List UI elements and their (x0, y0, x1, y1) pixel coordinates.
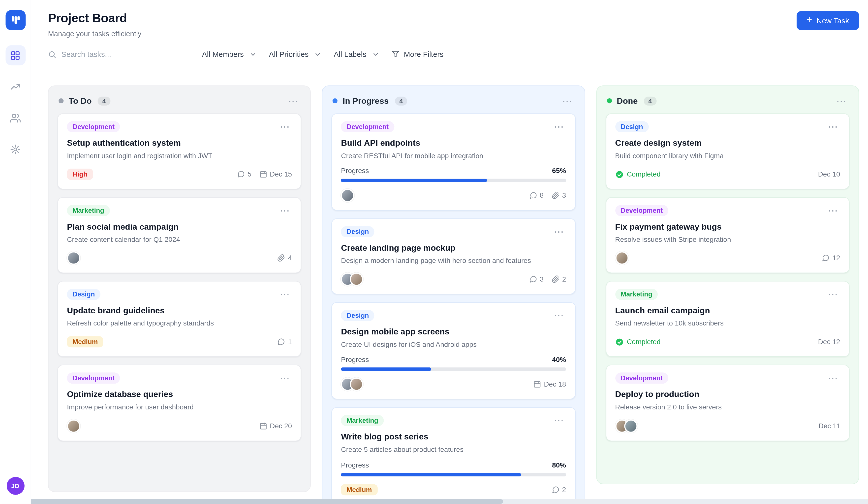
card-menu-button[interactable]: ⋯ (278, 122, 292, 131)
app-logo[interactable] (5, 10, 25, 30)
sidebar-item-analytics[interactable] (5, 77, 25, 97)
task-card[interactable]: Marketing ⋯ Write blog post series Creat… (332, 407, 576, 504)
card-title: Update brand guidelines (67, 306, 292, 315)
card-tag: Design (341, 310, 374, 321)
card-title: Build API endpoints (341, 138, 566, 148)
task-card[interactable]: Development ⋯ Setup authentication syste… (58, 113, 302, 190)
avatar (67, 419, 80, 433)
progress-label: Progress (341, 461, 369, 469)
card-description: Resolve issues with Stripe integration (615, 235, 840, 245)
assignee-avatars (341, 189, 354, 202)
chevron-down-icon (372, 51, 379, 58)
column-count-badge: 4 (395, 96, 407, 105)
progress-bar (341, 179, 566, 182)
card-menu-button[interactable]: ⋯ (551, 416, 566, 425)
task-card[interactable]: Design ⋯ Design mobile app screens Creat… (332, 302, 576, 400)
user-avatar[interactable]: JD (7, 477, 24, 495)
card-menu-button[interactable]: ⋯ (826, 122, 840, 131)
priorities-filter-dropdown[interactable]: All Priorities (269, 50, 321, 58)
avatar (67, 252, 80, 265)
sidebar-item-board[interactable] (5, 45, 25, 65)
card-title: Fix payment gateway bugs (615, 222, 840, 231)
card-description: Create 5 articles about product features (341, 445, 566, 455)
due-date: Dec 10 (818, 170, 840, 178)
due-date: Dec 15 (259, 170, 292, 178)
users-icon (10, 112, 21, 123)
column-done: Done 4 ⋯ Design ⋯ Create design system B… (596, 85, 859, 484)
check-circle-icon (615, 170, 623, 179)
attachment-count: 4 (278, 254, 292, 262)
column-title: Done (617, 96, 638, 105)
task-card[interactable]: Development ⋯ Deploy to production Relea… (606, 365, 850, 441)
card-description: Refresh color palette and typography sta… (67, 319, 292, 329)
calendar-icon (259, 422, 267, 430)
task-card[interactable]: Development ⋯ Fix payment gateway bugs R… (606, 197, 850, 273)
card-menu-button[interactable]: ⋯ (551, 122, 566, 131)
comment-count: 5 (237, 170, 251, 178)
card-tag: Design (341, 226, 374, 238)
due-date: Dec 20 (259, 422, 292, 430)
search-input[interactable] (61, 50, 178, 58)
card-title: Create landing page mockup (341, 243, 566, 252)
sidebar: JD (0, 0, 31, 504)
avatar (624, 419, 637, 433)
sidebar-item-team[interactable] (5, 108, 25, 128)
comment-count: 12 (822, 254, 840, 262)
task-card[interactable]: Development ⋯ Optimize database queries … (58, 365, 302, 441)
card-description: Send newsletter to 10k subscribers (615, 319, 840, 329)
avatar (615, 252, 628, 265)
card-menu-button[interactable]: ⋯ (278, 206, 292, 215)
task-card[interactable]: Marketing ⋯ Plan social media campaign C… (58, 197, 302, 273)
card-menu-button[interactable]: ⋯ (551, 228, 566, 236)
column-menu-button[interactable]: ⋯ (560, 96, 575, 105)
page-subtitle: Manage your tasks efficiently (48, 30, 141, 38)
card-title: Write blog post series (341, 432, 566, 442)
task-card[interactable]: Design ⋯ Update brand guidelines Refresh… (58, 281, 302, 357)
task-card[interactable]: Design ⋯ Create landing page mockup Desi… (332, 219, 576, 294)
more-filters-button[interactable]: More Filters (392, 50, 444, 58)
card-title: Plan social media campaign (67, 222, 292, 231)
comment-count: 8 (529, 192, 544, 199)
calendar-icon (534, 381, 541, 388)
priority-badge: Medium (341, 484, 378, 495)
chart-icon (10, 81, 21, 92)
gear-icon (10, 144, 21, 154)
horizontal-scrollbar[interactable] (0, 499, 868, 504)
task-card[interactable]: Design ⋯ Create design system Build comp… (606, 113, 850, 190)
column-count-badge: 4 (98, 96, 110, 105)
progress-section: Progress 80% (341, 461, 566, 476)
card-description: Create RESTful API for mobile app integr… (341, 151, 566, 161)
column-header: In Progress 4 ⋯ (332, 94, 576, 113)
card-menu-button[interactable]: ⋯ (278, 290, 292, 299)
new-task-button[interactable]: + New Task (797, 11, 859, 30)
scrollbar-thumb[interactable] (0, 499, 504, 504)
sidebar-item-settings[interactable] (5, 139, 25, 159)
card-description: Build component library with Figma (615, 151, 840, 161)
due-date: Dec 11 (819, 422, 840, 430)
card-menu-button[interactable]: ⋯ (826, 290, 840, 299)
members-filter-dropdown[interactable]: All Members (202, 50, 256, 58)
progress-bar (341, 368, 566, 371)
task-card[interactable]: Marketing ⋯ Launch email campaign Send n… (606, 281, 850, 357)
column-title: To Do (69, 96, 92, 105)
card-menu-button[interactable]: ⋯ (551, 311, 566, 320)
column-menu-button[interactable]: ⋯ (286, 96, 300, 105)
column-header: Done 4 ⋯ (606, 94, 850, 113)
card-menu-button[interactable]: ⋯ (826, 206, 840, 215)
task-card[interactable]: Development ⋯ Build API endpoints Create… (332, 113, 576, 211)
labels-filter-dropdown[interactable]: All Labels (334, 50, 379, 58)
check-circle-icon (615, 338, 623, 346)
card-tag: Marketing (67, 205, 110, 216)
comment-icon (529, 275, 537, 283)
card-title: Launch email campaign (615, 306, 840, 315)
card-menu-button[interactable]: ⋯ (826, 374, 840, 383)
column-status-dot (333, 98, 338, 103)
card-title: Design mobile app screens (341, 327, 566, 336)
assignee-avatars (341, 273, 363, 286)
plus-icon: + (806, 14, 812, 26)
comment-icon (237, 170, 245, 178)
card-menu-button[interactable]: ⋯ (278, 374, 292, 383)
column-menu-button[interactable]: ⋯ (834, 96, 848, 105)
app-window: JD Project Board Manage your tasks effic… (0, 0, 868, 504)
progress-section: Progress 40% (341, 356, 566, 371)
